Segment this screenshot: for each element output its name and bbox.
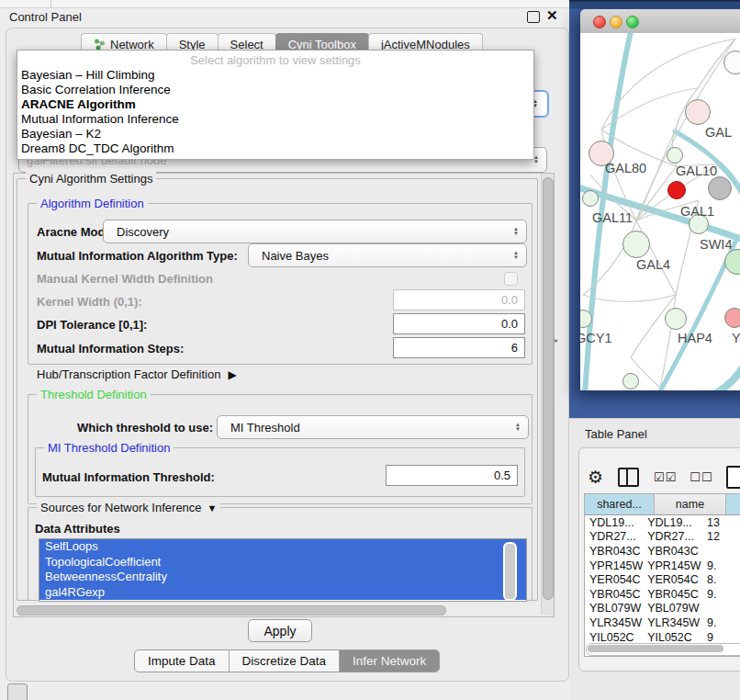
node-label-gal80: GAL80 [605, 161, 646, 175]
expander-right-icon: ▶ [228, 368, 236, 381]
table-row[interactable]: YBR043CYBR043C [585, 544, 740, 559]
network-icon [94, 39, 106, 51]
column-header-shared[interactable]: shared... [585, 494, 655, 515]
data-attributes-list[interactable]: SelfLoopsTopologicalCoefficientBetweenne… [39, 538, 527, 602]
column-header-a[interactable]: A [726, 494, 740, 515]
close-panel-icon[interactable]: ✕ [546, 7, 558, 24]
table-row[interactable]: YPR145WYPR145W9. [585, 559, 740, 573]
bottom-tab-infer-network[interactable]: Infer Network [340, 650, 439, 672]
table-row[interactable]: YIL052CYIL052C9 [585, 630, 740, 645]
which-threshold-combobox[interactable]: MI Threshold ▲▼ [217, 415, 529, 439]
hub-definition-expander[interactable]: Hub/Transcription Factor Definition▶ [37, 367, 237, 381]
dpi-tolerance-field[interactable]: 0.0 [393, 313, 525, 334]
node[interactable] [708, 176, 732, 200]
split-pane-arrow-icon[interactable]: ▸ [555, 336, 558, 344]
node[interactable] [667, 181, 686, 199]
attribute-list-scrollbar-thumb[interactable] [503, 542, 517, 601]
bottom-tab-impute-data[interactable]: Impute Data [135, 650, 230, 672]
apply-button-label: Apply [263, 624, 296, 638]
table-cell: 9. [702, 616, 740, 629]
attribute-list-item[interactable]: BetweennessCentrality [39, 570, 526, 585]
mi-type-label: Mutual Information Algorithm Type: [37, 249, 238, 263]
docked-panel-icon[interactable] [7, 683, 28, 700]
attribute-list-item[interactable]: TopologicalCoefficient [39, 555, 526, 570]
node-label-swi4: SWI4 [700, 237, 732, 252]
checked-columns-icon[interactable]: ☑☑ [654, 470, 677, 484]
table-row[interactable]: YDL19...YDL19...13 [585, 515, 740, 530]
table-row[interactable]: YLR345WYLR345W9. [585, 615, 740, 630]
sources-title-text: Sources for Network Inference [40, 501, 202, 514]
node-hap4[interactable] [665, 308, 687, 330]
network-canvas[interactable]: GALGAL80GAL10GAL1GAL11SWI4GAL4GCY1HAP4YH… [580, 33, 740, 390]
table-row[interactable]: YDR27...YDR27...12 [585, 530, 740, 545]
minimize-window-icon[interactable] [610, 16, 622, 28]
node-gal10[interactable] [667, 147, 683, 164]
close-window-icon[interactable] [593, 16, 606, 28]
algorithm-option[interactable]: Bayesian – Hill Climbing [21, 68, 530, 83]
unchecked-columns-icon[interactable]: ☐☐ [690, 470, 712, 484]
node-gal11[interactable] [582, 190, 599, 207]
bottom-tab-discretize-data[interactable]: Discretize Data [230, 650, 341, 672]
mi-type-value: Naive Bayes [256, 249, 329, 263]
which-threshold-value: MI Threshold [225, 421, 300, 435]
column-layout-icon[interactable] [618, 468, 639, 487]
node-label-gal: GAL [705, 125, 732, 140]
algorithm-option[interactable]: Basic Correlation Inference [21, 83, 530, 97]
table-cell: YER054C [585, 573, 643, 586]
node-table[interactable]: shared...nameA YDL19...YDL19...13YDR27..… [584, 493, 740, 657]
algorithm-option[interactable]: Mutual Information Inference [21, 112, 530, 127]
attribute-list-item[interactable]: gal4RGexp [39, 585, 526, 601]
mi-threshold-field[interactable]: 0.5 [386, 465, 518, 486]
mi-type-combobox[interactable]: Naive Bayes ▲▼ [248, 243, 527, 267]
combo-spinner-icon: ▲▼ [508, 251, 519, 260]
table-cell: YER054C [643, 573, 702, 586]
node-y[interactable] [724, 308, 740, 328]
node-gal[interactable] [685, 99, 711, 125]
table-row[interactable]: YBL079WYBL079W [585, 602, 740, 616]
new-table-icon[interactable] [726, 466, 740, 489]
mi-steps-value: 6 [511, 341, 518, 355]
dpi-tolerance-value: 0.0 [501, 317, 518, 331]
table-panel-title: Table Panel [585, 427, 647, 441]
mi-threshold-label: Mutual Information Threshold: [42, 470, 215, 484]
expander-down-icon: ▼ [207, 502, 218, 514]
table-horizontal-scrollbar-thumb[interactable] [588, 645, 723, 652]
kernel-width-field[interactable]: 0.0 [393, 289, 525, 310]
node-label-hap4: HAP4 [678, 331, 712, 345]
apply-button[interactable]: Apply [248, 619, 312, 642]
gear-icon[interactable]: ⚙ [588, 467, 603, 488]
top-strip-divider [50, 0, 51, 7]
table-cell: YLR345W [643, 616, 702, 629]
kernel-width-label: Kernel Width (0,1): [37, 295, 142, 309]
table-cell: YBR043C [643, 545, 702, 558]
algorithm-option[interactable]: Dream8 DC_TDC Algorithm [21, 141, 530, 156]
zoom-window-icon[interactable] [626, 16, 639, 28]
node-label-gal4: GAL4 [636, 257, 670, 272]
mi-steps-field[interactable]: 6 [393, 337, 525, 358]
column-header-name[interactable]: name [655, 494, 726, 515]
aracne-mode-combobox[interactable]: Discovery ▲▼ [103, 220, 527, 243]
float-panel-icon[interactable] [527, 11, 540, 23]
node-label-gal10: GAL10 [676, 164, 717, 178]
table-cell: YBR043C [585, 545, 643, 558]
vertical-scrollbar-thumb[interactable] [543, 177, 554, 600]
sources-title[interactable]: Sources for Network Inference▼ [37, 501, 220, 514]
manual-kernel-checkbox[interactable] [504, 272, 518, 286]
node-hap2[interactable] [622, 373, 639, 390]
table-cell: 9 [702, 631, 740, 644]
hub-definition-label: Hub/Transcription Factor Definition [37, 367, 220, 381]
table-row[interactable]: YER054CYER054C8. [585, 572, 740, 587]
table-body: YDL19...YDL19...13YDR27...YDR27...12YBR0… [585, 515, 740, 644]
table-cell: YPR145W [585, 559, 643, 572]
network-window-titlebar[interactable] [580, 9, 740, 34]
node-gal4[interactable] [622, 231, 650, 258]
algorithm-option[interactable]: Bayesian – K2 [21, 127, 530, 141]
control-panel-title: Control Panel [9, 10, 82, 24]
node-label-hap2: HAP2 [631, 390, 666, 390]
attribute-list-item[interactable]: SelfLoops [39, 539, 526, 555]
mi-threshold-value: 0.5 [494, 469, 510, 482]
table-row[interactable]: YBR045CYBR045C9. [585, 587, 740, 602]
horizontal-scrollbar-thumb[interactable] [17, 605, 446, 615]
algorithm-option[interactable]: ARACNE Algorithm [21, 97, 530, 112]
algorithm-definition-title: Algorithm Definition [37, 197, 148, 210]
